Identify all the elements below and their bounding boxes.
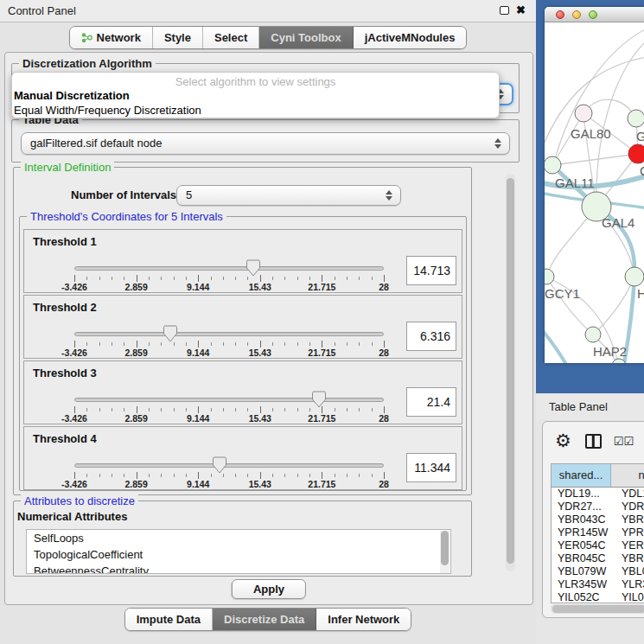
network-window-frame: GAL80 GA C GAL11 GAL4 GCY1 H HAP2	[536, 0, 644, 393]
algorithm-dropdown-popup: Select algorithm to view settings Manual…	[11, 72, 500, 118]
table-row[interactable]: YIL052CYIL0	[552, 591, 644, 603]
spinner-arrows-icon	[494, 137, 501, 150]
dropdown-option-manual[interactable]: Manual Discretization	[14, 89, 130, 102]
tab-cyni-toolbox[interactable]: Cyni Toolbox	[259, 27, 353, 48]
network-canvas[interactable]: GAL80 GA C GAL11 GAL4 GCY1 H HAP2	[545, 23, 644, 363]
tab-impute-data[interactable]: Impute Data	[125, 609, 213, 630]
apply-button[interactable]: Apply	[232, 579, 306, 599]
table-header-row: shared... na	[552, 464, 644, 488]
node-right-mid[interactable]	[625, 267, 644, 286]
table-row[interactable]: YPR145WYPR1	[552, 526, 644, 539]
intervals-value: 5	[186, 188, 192, 201]
node-label: GCY1	[545, 286, 580, 301]
number-of-intervals-combobox[interactable]: 5	[176, 185, 401, 206]
slider-track[interactable]	[74, 332, 384, 336]
close-icon[interactable]: ✖	[516, 4, 526, 16]
network-window: GAL80 GA C GAL11 GAL4 GCY1 H HAP2	[545, 7, 644, 363]
slider-thumb[interactable]	[311, 391, 326, 408]
list-item[interactable]: BetweennessCentrality	[27, 563, 450, 574]
threshold-2-panel: Threshold 2 -3.4262.8599.14415.4321.7152…	[23, 295, 462, 359]
tick-label: 21.715	[308, 479, 335, 489]
select-columns-checkboxes-icon[interactable]: ☑☑	[614, 435, 634, 448]
threshold-4-panel: Threshold 4 -3.4262.8599.14415.4321.7152…	[23, 426, 462, 490]
node-gal80[interactable]	[575, 105, 592, 122]
slider-thumb[interactable]	[245, 259, 260, 277]
table-horizontal-scrollbar[interactable]	[551, 604, 644, 614]
table-row[interactable]: YBR043CYBR0	[552, 513, 644, 526]
tick-label: 28	[379, 479, 389, 489]
tick-label: 28	[379, 413, 389, 424]
tick-labels: -3.4262.8599.14415.4321.71528	[74, 348, 384, 358]
list-scrollbar[interactable]	[440, 531, 450, 574]
tab-infer-network[interactable]: Infer Network	[316, 609, 411, 630]
group-title: Interval Definition	[21, 161, 114, 174]
threshold-value-field[interactable]	[406, 256, 456, 285]
node-label: HAP2	[593, 344, 627, 359]
threshold-value-field[interactable]	[406, 322, 456, 351]
list-item[interactable]: SelfLoops	[27, 530, 450, 546]
table-row[interactable]: YDL19...YDL1	[552, 488, 644, 501]
threshold-3-panel: Threshold 3 -3.4262.8599.14415.4321.7152…	[23, 360, 462, 424]
slider-track[interactable]	[74, 398, 384, 402]
minimize-traffic-light[interactable]	[572, 10, 581, 19]
node-gal11[interactable]	[545, 156, 561, 174]
node-hap2[interactable]	[585, 327, 601, 342]
table-data-value: galFiltered.sif default node	[30, 137, 162, 150]
slider-track[interactable]	[74, 266, 384, 271]
tick-label: 9.144	[187, 282, 209, 292]
table-data-group: Table Data galFiltered.sif default node	[11, 119, 520, 163]
table-data-combobox[interactable]: galFiltered.sif default node	[21, 132, 510, 155]
node-table: shared... na YDL19...YDL1 YDR27...YDR2 Y…	[551, 463, 644, 603]
attributes-list[interactable]: SelfLoops TopologicalCoefficient Between…	[26, 529, 451, 574]
tick-label: 2.859	[124, 348, 147, 358]
tick-marks	[74, 406, 384, 413]
tick-label: 28	[379, 348, 389, 358]
node-label: GAL4	[602, 215, 634, 230]
zoom-traffic-light[interactable]	[589, 10, 597, 19]
table-panel-window: ⚙ ☑☑ shared... na YDL19...YDL1 YDR27...Y…	[542, 421, 644, 618]
column-header-name[interactable]: na	[611, 464, 644, 487]
node-label: GAL80	[571, 126, 611, 141]
tab-style[interactable]: Style	[153, 27, 203, 48]
control-panel-titlebar: Control Panel ✖	[0, 0, 536, 22]
table-row[interactable]: YBR045CYBR0	[552, 552, 644, 565]
tab-label: Network	[97, 27, 141, 48]
float-window-icon[interactable]	[500, 6, 509, 15]
node-top-right[interactable]	[628, 110, 644, 127]
columns-icon[interactable]	[585, 434, 602, 449]
tick-label: 2.859	[124, 282, 147, 292]
group-title: Attributes to discretize	[21, 494, 138, 507]
tick-label: 9.144	[187, 479, 209, 489]
table-row[interactable]: YLR345WYLR3	[552, 578, 644, 591]
network-icon	[81, 32, 92, 43]
table-row[interactable]: YER054CYER0	[552, 539, 644, 552]
list-item[interactable]: TopologicalCoefficient	[27, 546, 450, 563]
slider-thumb[interactable]	[163, 325, 177, 342]
table-row[interactable]: YDR27...YDR2	[552, 501, 644, 513]
group-title: Discretization Algorithm	[19, 57, 156, 70]
group-title: Threshold's Coordinates for 5 Intervals	[27, 210, 226, 223]
node-gcy1[interactable]	[545, 269, 554, 284]
column-header-shared-name[interactable]: shared...	[552, 464, 611, 487]
dropdown-hint: Select algorithm to view settings	[12, 75, 499, 88]
threshold-value-field[interactable]	[406, 453, 456, 482]
dropdown-option-equal-width[interactable]: Equal Width/Frequency Discretization	[14, 104, 201, 117]
tick-label: 28	[379, 282, 389, 292]
tick-labels: -3.4262.8599.14415.4321.71528	[74, 282, 384, 292]
tab-network[interactable]: Network	[70, 27, 153, 48]
slider-thumb[interactable]	[213, 456, 227, 474]
tab-jactivemnodules[interactable]: jActiveMNodules	[354, 27, 467, 48]
table-row[interactable]: YBL079WYBL0	[552, 565, 644, 578]
panel-vertical-scrollbar[interactable]	[506, 174, 515, 571]
threshold-value-field[interactable]	[406, 387, 456, 417]
close-traffic-light[interactable]	[556, 10, 564, 19]
node-red-selected[interactable]	[628, 144, 644, 163]
tab-discretize-data[interactable]: Discretize Data	[213, 609, 316, 630]
threshold-label: Threshold 1	[33, 235, 97, 248]
tick-label: 21.715	[308, 282, 335, 292]
network-window-titlebar	[545, 7, 644, 22]
slider-track[interactable]	[74, 463, 384, 468]
gear-icon[interactable]: ⚙	[555, 430, 571, 451]
cyni-toolbox-panel: Discretization Algorithm Select algorith…	[4, 52, 533, 605]
tab-select[interactable]: Select	[203, 27, 259, 48]
